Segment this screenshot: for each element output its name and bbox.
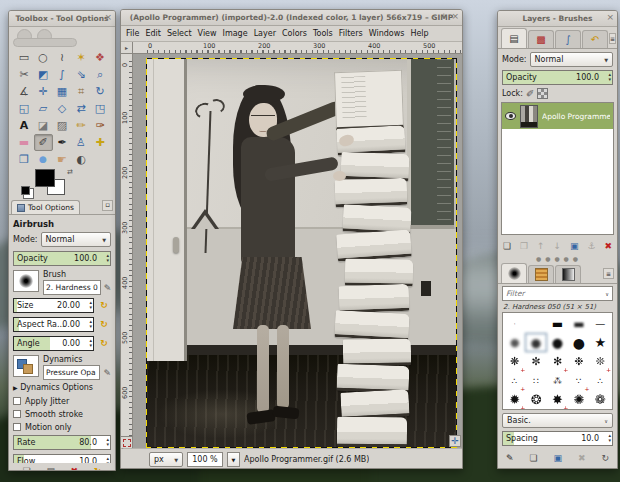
tool-perspective-clone[interactable]: ❐ [15,151,34,168]
size-slider[interactable]: Size 20.00 ▴▾ [13,298,94,313]
brush-hardness-025[interactable]: ● [504,333,525,352]
brush-filter-entry[interactable]: ∨ [502,286,613,301]
dockable-menu-button[interactable]: ≡ [603,268,614,279]
delete-tool-preset-button[interactable]: ✖ [71,466,79,471]
spinner[interactable]: ▴▾ [89,338,92,348]
brush-pixel[interactable]: · [504,314,525,333]
tool-eraser[interactable]: ▬ [15,134,34,151]
edit-brush-icon[interactable]: ✎ [104,283,112,293]
brush-chalk-4[interactable]: ✿ [568,409,589,410]
brush-texture-5[interactable]: ❁ [590,390,611,409]
brush-hardness-075[interactable]: ● [547,333,568,352]
tool-crop[interactable]: ⌗ [72,83,91,100]
toolbox-titlebar[interactable]: Toolbox - Tool Options × [9,11,115,27]
tab-paths[interactable]: ∫ [555,30,581,48]
tool-rotate[interactable]: ↻ [91,83,110,100]
tool-gradient[interactable]: ▨ [53,117,72,134]
duplicate-brush-button[interactable]: ▣ [554,453,563,463]
brush-block-03[interactable]: — [590,314,611,333]
tab-patterns[interactable] [528,265,554,283]
aspect-ratio-slider[interactable]: Aspect Ra... 0.00 ▴▾ [13,317,94,332]
refresh-brushes-button[interactable]: ↻ [601,453,609,463]
brush-name-entry[interactable]: 2. Hardness 0 [43,280,101,295]
brush-acrylic-5[interactable]: ❊ [590,352,611,371]
tool-cage-transform[interactable]: ◳ [91,100,110,117]
edit-dynamics-icon[interactable]: ✎ [103,368,111,378]
brush-acrylic-1[interactable]: ❋ [504,352,525,371]
layer-opacity-slider[interactable]: Opacity 100.0 ▴▾ [502,70,613,85]
image-window-titlebar[interactable]: (Apollo Programmer) (imported)-2.0 (Inde… [121,10,462,26]
tool-rectangle-select[interactable]: ▭ [15,49,34,66]
close-icon[interactable]: × [104,12,112,22]
spinner[interactable]: ▴▾ [106,437,109,447]
flow-slider[interactable]: Flow 10.0 ▴▾ [13,454,111,463]
vertical-ruler[interactable]: 0100200300400500600700 [121,54,133,448]
option-checkbox[interactable]: Smooth stroke [13,408,111,420]
dockable-menu-button[interactable]: ≡ [609,33,616,44]
tool-dodge-burn[interactable]: ◐ [72,151,91,168]
tool-heal[interactable]: ✚ [91,134,110,151]
spinner[interactable]: ▴▾ [89,319,92,329]
tool-free-select[interactable]: ≀ [53,49,72,66]
tool-bucket-fill[interactable]: ◪ [34,117,53,134]
tool-flip[interactable]: ⇄ [72,100,91,117]
tool-scale[interactable]: ◱ [15,100,34,117]
brush-cell-1[interactable]: ∴ [504,371,525,390]
tool-scissors-select[interactable]: ✂ [15,66,34,83]
tool-paths[interactable]: ∫ [53,66,72,83]
tool-pencil[interactable]: ✏ [72,117,91,134]
save-tool-preset-button[interactable]: ❏ [23,466,31,471]
visibility-eye-icon[interactable] [505,112,516,120]
ruler-corner-menu-button[interactable]: ▸ [121,42,133,54]
dynamics-options-expander[interactable]: ▶ Dynamics Options [13,383,111,392]
dockable-menu-button[interactable]: ▫ [102,200,113,211]
layer-name[interactable]: Apollo Programme [542,112,610,121]
new-brush-button[interactable]: ❏ [529,453,537,463]
tool-ellipse-select[interactable]: ○ [34,49,53,66]
spinner[interactable]: ▴▾ [608,72,611,82]
unit-dropdown[interactable]: px ▼ [149,452,183,467]
menu-item[interactable]: Edit [142,28,164,39]
layer-row[interactable]: Apollo Programme [502,103,613,129]
brush-acrylic-4[interactable]: ❉ [568,352,589,371]
checkbox-icon[interactable] [13,397,21,405]
brush-tag-dropdown[interactable]: Basic. ∨ [502,413,613,428]
tab-tool-options[interactable]: Tool Options [11,200,80,214]
brush-hardness-050[interactable]: ● [525,333,546,352]
menu-item[interactable]: Help [407,28,431,39]
zoom-entry[interactable]: 100 % [187,452,223,467]
tool-paintbrush[interactable]: ✑ [91,117,110,134]
tool-measure[interactable]: ∡ [15,83,34,100]
tool-select-by-color[interactable]: ❖ [91,49,110,66]
quick-mask-toggle[interactable] [121,436,133,448]
maximize-icon[interactable]: + [440,11,448,21]
brush-hardness-100[interactable]: ● [568,333,589,352]
delete-brush-button[interactable]: ✖ [578,453,586,463]
close-icon[interactable]: × [606,12,614,22]
paint-mode-dropdown[interactable]: Normal ▼ [41,232,112,247]
brush-star[interactable]: ★ [590,333,611,352]
tool-perspective[interactable]: ◇ [53,100,72,117]
layer-mode-dropdown[interactable]: Normal ▼ [530,52,614,67]
tab-channels[interactable]: ▩ [528,30,554,48]
raise-layer-button[interactable]: ↑ [537,241,545,251]
lower-layer-button[interactable]: ↓ [553,241,561,251]
layers-titlebar[interactable]: Layers - Brushes × [498,11,617,27]
brush-acrylic-2[interactable]: ✼ [525,352,546,371]
canvas-image[interactable] [147,59,456,447]
brush-cell-2[interactable]: ∷ [525,371,546,390]
checkbox-icon[interactable] [13,423,21,431]
close-icon[interactable]: × [451,11,459,21]
brush-texture-4[interactable]: ✺ [568,390,589,409]
tool-airbrush[interactable]: ✐ [34,134,53,151]
menu-item[interactable]: View [195,28,220,39]
duplicate-layer-button[interactable]: ▣ [570,241,579,251]
menu-item[interactable]: Windows [366,28,408,39]
layer-thumbnail[interactable] [520,105,538,128]
brush-texture-1[interactable]: ✹ [504,390,525,409]
menu-item[interactable]: Colors [279,28,310,39]
brush-texture-2[interactable]: ❂ [525,390,546,409]
tab-gradients[interactable] [555,265,581,283]
dock-splitter[interactable]: ● ● ● ● ● [498,255,617,262]
dynamics-name-entry[interactable]: Pressure Opa [43,365,100,380]
